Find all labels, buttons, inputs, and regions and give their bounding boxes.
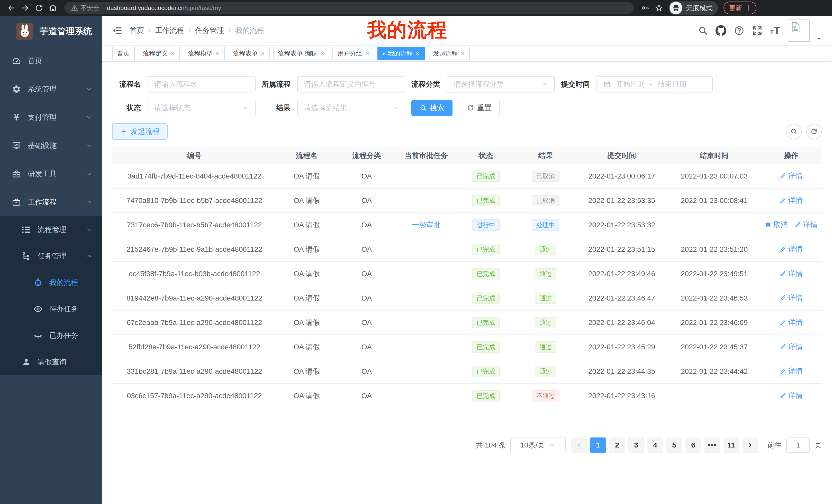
avatar-caret-icon[interactable] xyxy=(816,36,822,41)
logo-rabbit-image xyxy=(17,23,33,39)
refresh-table-button[interactable] xyxy=(806,124,822,139)
tab-close-icon[interactable]: × xyxy=(320,50,324,57)
page-button-6[interactable]: 6 xyxy=(685,438,701,453)
cell-result: 已取消 xyxy=(516,164,575,188)
detail-link[interactable]: 详情 xyxy=(780,342,803,352)
page-content: 流程名 请输入流程名 所属流程 请输入流程定义的编号 流程分类 请选择流程分类 … xyxy=(102,62,832,504)
address-bar[interactable]: 不安全 dashboard.yudao.iocoder.cn/bpm/task/… xyxy=(64,2,634,14)
detail-link[interactable]: 详情 xyxy=(780,244,803,254)
breadcrumb-home[interactable]: 首页 xyxy=(130,26,144,35)
tab-流程定义[interactable]: 流程定义× xyxy=(138,47,180,60)
app-logo[interactable]: 芋道管理系统 xyxy=(0,16,102,47)
browser-menu-icon[interactable] xyxy=(745,5,752,11)
cell-submit-time: 2022-01-22 23:51:15 xyxy=(575,237,668,261)
reset-button[interactable]: 重置 xyxy=(459,100,500,116)
sidebar-item-payment[interactable]: ¥ 支付管理 xyxy=(0,103,102,132)
sidebar-item-process-mgmt[interactable]: 流程管理 xyxy=(0,216,102,243)
password-key-icon[interactable] xyxy=(639,2,651,14)
security-warning[interactable]: 不安全 xyxy=(71,4,99,12)
detail-link[interactable]: 详情 xyxy=(780,317,803,327)
status-select[interactable]: 请选择状态 xyxy=(148,100,256,116)
browser-home-icon[interactable] xyxy=(47,2,59,14)
next-page-button[interactable] xyxy=(743,438,758,453)
sidebar-item-todo-tasks[interactable]: 待办任务 xyxy=(0,296,102,322)
result-select[interactable]: 请选择流结果 xyxy=(297,100,405,116)
detail-link[interactable]: 详情 xyxy=(780,171,803,181)
tab-流程表单[interactable]: 流程表单× xyxy=(228,47,270,60)
detail-link[interactable]: 详情 xyxy=(780,195,803,205)
tab-close-icon[interactable]: × xyxy=(365,50,369,57)
more-pages-button[interactable]: ••• xyxy=(704,438,720,453)
bookmark-star-icon[interactable] xyxy=(653,2,665,14)
sidebar-item-devtools[interactable]: 研发工具 xyxy=(0,160,102,188)
cell-process-id: 331bc281-7b9a-11ec-a290-acde48001122 xyxy=(112,359,277,384)
table-row: 52ffd28e-7b9a-11ec-a290-acde48001122OA 请… xyxy=(112,335,822,359)
sidebar-item-label: 待办任务 xyxy=(49,304,78,314)
page-button-4[interactable]: 4 xyxy=(647,438,663,453)
current-task-link[interactable]: 一级审批 xyxy=(412,220,441,230)
cancel-link[interactable]: 取消 xyxy=(765,220,788,230)
detail-link[interactable]: 详情 xyxy=(780,391,803,400)
cell-result: 已取消 xyxy=(516,188,575,213)
sidebar-item-task-mgmt[interactable]: 任务管理 xyxy=(0,243,102,269)
tab-流程模型[interactable]: 流程模型× xyxy=(183,47,225,60)
update-button[interactable]: 更新 xyxy=(724,2,756,15)
fullscreen-icon[interactable] xyxy=(752,25,762,36)
goto-page-input[interactable] xyxy=(786,438,810,453)
toolbox-icon xyxy=(12,169,21,178)
browser-reload-icon[interactable] xyxy=(33,2,45,14)
tab-close-icon[interactable]: × xyxy=(261,50,265,57)
page-button-1[interactable]: 1 xyxy=(590,438,606,453)
process-category-select[interactable]: 请选择流程分类 xyxy=(447,76,555,92)
sidebar-item-my-process[interactable]: 我的流程 xyxy=(0,269,102,296)
breadcrumb-task-mgmt[interactable]: 任务管理 xyxy=(196,26,224,35)
sidebar-toggle-icon[interactable] xyxy=(112,25,122,36)
tab-用户分组[interactable]: 用户分组× xyxy=(333,47,374,60)
chevron-down-icon xyxy=(86,226,93,233)
search-button[interactable]: 搜索 xyxy=(411,100,452,116)
page-size-select[interactable]: 10条/页 xyxy=(510,437,566,453)
submit-time-range-picker[interactable]: 开始日期 - 结束日期 xyxy=(597,76,713,92)
breadcrumb-workflow[interactable]: 工作流程 xyxy=(155,26,184,35)
tab-首页[interactable]: 首页 xyxy=(112,47,135,60)
incognito-icon xyxy=(670,2,682,15)
page-button-11[interactable]: 11 xyxy=(724,438,739,453)
avatar[interactable] xyxy=(788,20,810,41)
sidebar-item-infra[interactable]: 基础设施 xyxy=(0,132,102,160)
sidebar-item-label: 流程管理 xyxy=(37,225,66,234)
detail-link[interactable]: 详情 xyxy=(795,220,817,230)
page-button-3[interactable]: 3 xyxy=(628,438,644,453)
tab-发起流程[interactable]: 发起流程× xyxy=(428,47,470,60)
tab-流程表单-编辑[interactable]: 流程表单-编辑× xyxy=(273,47,329,60)
page-button-2[interactable]: 2 xyxy=(609,438,625,453)
toggle-search-button[interactable] xyxy=(786,124,802,139)
sidebar-item-system[interactable]: 系统管理 xyxy=(0,75,102,103)
tab-close-icon[interactable]: × xyxy=(171,50,175,57)
sidebar-item-done-tasks[interactable]: 已办任务 xyxy=(0,322,102,348)
page-button-5[interactable]: 5 xyxy=(667,438,682,453)
sidebar-item-workflow[interactable]: 工作流程 xyxy=(0,188,102,216)
browser-back-icon[interactable] xyxy=(5,2,18,14)
detail-link[interactable]: 详情 xyxy=(780,269,803,278)
tab-close-icon[interactable]: × xyxy=(416,50,420,57)
cell-end-time xyxy=(668,213,760,237)
sidebar-item-home[interactable]: 首页 xyxy=(0,47,102,75)
tab-close-icon[interactable]: × xyxy=(216,50,219,57)
tab-我的流程[interactable]: ●我的流程× xyxy=(378,47,425,60)
github-icon[interactable] xyxy=(716,25,726,36)
detail-link[interactable]: 详情 xyxy=(780,366,803,376)
sidebar-item-leave-query[interactable]: 请假查询 xyxy=(0,348,102,375)
help-icon[interactable] xyxy=(734,25,744,36)
tab-label: 流程模型 xyxy=(188,49,213,58)
header-search-icon[interactable] xyxy=(698,26,708,35)
process-name-input[interactable]: 请输入流程名 xyxy=(148,76,256,92)
update-label: 更新 xyxy=(729,4,742,12)
browser-forward-icon[interactable] xyxy=(19,2,31,14)
detail-link[interactable]: 详情 xyxy=(780,293,803,303)
process-definition-input[interactable]: 请输入流程定义的编号 xyxy=(297,76,405,92)
cell-current-task xyxy=(396,237,456,261)
tab-close-icon[interactable]: × xyxy=(461,50,465,57)
prev-page-button[interactable] xyxy=(571,438,587,453)
create-process-button[interactable]: 发起流程 xyxy=(112,123,167,140)
font-size-icon[interactable]: TT xyxy=(770,25,780,36)
